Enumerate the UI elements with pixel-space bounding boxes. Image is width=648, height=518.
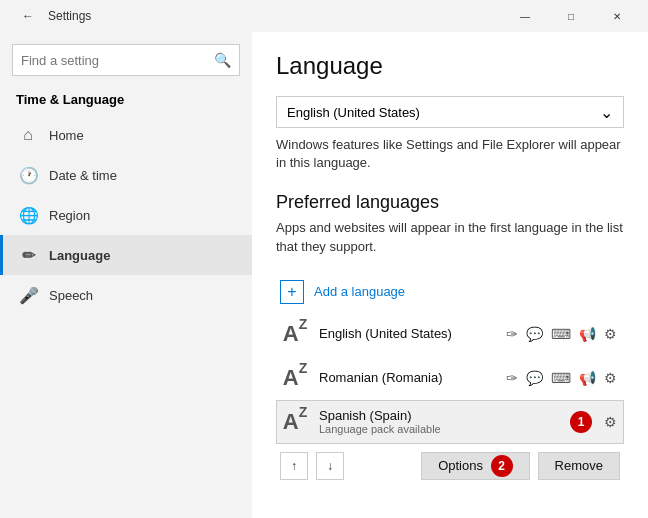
lang-ro-ro-actions: ✑ 💬 ⌨ 📢 ⚙ xyxy=(504,368,619,388)
search-icon: 🔍 xyxy=(214,52,231,68)
content-area: Language English (United States) ⌄ Windo… xyxy=(252,32,648,518)
lang-en-us-actions: ✑ 💬 ⌨ 📢 ⚙ xyxy=(504,324,619,344)
speech-icon: 🎤 xyxy=(19,286,37,305)
lang-en-us-info: English (United States) xyxy=(319,326,494,341)
lang-es-es-actions: ⚙ xyxy=(602,412,619,432)
badge-2: 2 xyxy=(491,455,513,477)
dropdown-value: English (United States) xyxy=(287,105,420,120)
preferred-languages-title: Preferred languages xyxy=(276,192,624,213)
sidebar-item-speech[interactable]: 🎤 Speech xyxy=(0,275,252,315)
move-up-button[interactable]: ↑ xyxy=(280,452,308,480)
home-icon: ⌂ xyxy=(19,126,37,144)
lang-ro-ro-name: Romanian (Romania) xyxy=(319,370,494,385)
move-down-button[interactable]: ↓ xyxy=(316,452,344,480)
lang-tts-icon: 📢 xyxy=(577,324,598,344)
lang-gear-icon-es: ⚙ xyxy=(602,412,619,432)
lang-tts-icon-ro: 📢 xyxy=(577,368,598,388)
lang-keyboard-icon: ⌨ xyxy=(549,324,573,344)
lang-speech-icon: 💬 xyxy=(524,324,545,344)
options-label: Options xyxy=(438,458,483,473)
close-button[interactable]: ✕ xyxy=(594,0,640,32)
lang-es-es-sub: Language pack available xyxy=(319,423,554,435)
language-az-icon-ro: AZ xyxy=(281,364,309,391)
lang-speech-icon-ro: 💬 xyxy=(524,368,545,388)
datetime-icon: 🕐 xyxy=(19,166,37,185)
options-button[interactable]: Options 2 xyxy=(421,452,529,480)
dropdown-description: Windows features like Settings and File … xyxy=(276,136,624,172)
sidebar-section-label: Time & Language xyxy=(0,88,252,115)
lang-ro-ro-info: Romanian (Romania) xyxy=(319,370,494,385)
search-box[interactable]: 🔍 xyxy=(12,44,240,76)
language-icon: ✏ xyxy=(19,246,37,265)
lang-es-es-info: Spanish (Spain) Language pack available xyxy=(319,408,554,435)
windows-display-language-dropdown[interactable]: English (United States) ⌄ xyxy=(276,96,624,128)
sidebar-item-datetime-label: Date & time xyxy=(49,168,117,183)
titlebar-title: Settings xyxy=(48,9,502,23)
chevron-down-icon: ⌄ xyxy=(600,103,613,122)
sidebar-item-home[interactable]: ⌂ Home xyxy=(0,115,252,155)
lang-gear-icon: ⚙ xyxy=(602,324,619,344)
titlebar-controls: — □ ✕ xyxy=(502,0,640,32)
sidebar-item-language[interactable]: ✏ Language xyxy=(0,235,252,275)
badge-1: 1 xyxy=(570,411,592,433)
lang-en-us-name: English (United States) xyxy=(319,326,494,341)
sidebar-item-language-label: Language xyxy=(49,248,110,263)
lang-es-es-name: Spanish (Spain) xyxy=(319,408,554,423)
maximize-button[interactable]: □ xyxy=(548,0,594,32)
page-title: Language xyxy=(276,52,624,80)
language-az-icon-es: AZ xyxy=(281,408,309,435)
sidebar-item-region-label: Region xyxy=(49,208,90,223)
titlebar: ← Settings — □ ✕ xyxy=(0,0,648,32)
remove-button[interactable]: Remove xyxy=(538,452,620,480)
back-button[interactable]: ← xyxy=(8,0,48,32)
add-language-button[interactable]: + Add a language xyxy=(276,272,624,312)
language-az-icon: AZ xyxy=(281,320,309,347)
minimize-button[interactable]: — xyxy=(502,0,548,32)
sidebar: 🔍 Time & Language ⌂ Home 🕐 Date & time 🌐… xyxy=(0,32,252,518)
language-item-en-us[interactable]: AZ English (United States) ✑ 💬 ⌨ 📢 ⚙ xyxy=(276,312,624,356)
sidebar-item-region[interactable]: 🌐 Region xyxy=(0,195,252,235)
lang-settings-icon: ✑ xyxy=(504,324,520,344)
lang-gear-icon-ro: ⚙ xyxy=(602,368,619,388)
lang-settings-icon-ro: ✑ xyxy=(504,368,520,388)
sidebar-item-speech-label: Speech xyxy=(49,288,93,303)
app-body: 🔍 Time & Language ⌂ Home 🕐 Date & time 🌐… xyxy=(0,32,648,518)
region-icon: 🌐 xyxy=(19,206,37,225)
sidebar-item-datetime[interactable]: 🕐 Date & time xyxy=(0,155,252,195)
preferred-languages-desc: Apps and websites will appear in the fir… xyxy=(276,219,624,255)
action-bar: ↑ ↓ Options 2 Remove xyxy=(276,452,624,480)
language-item-ro-ro[interactable]: AZ Romanian (Romania) ✑ 💬 ⌨ 📢 ⚙ xyxy=(276,356,624,400)
back-icon: ← xyxy=(22,9,34,23)
language-item-es-es[interactable]: AZ Spanish (Spain) Language pack availab… xyxy=(276,400,624,444)
language-list: + Add a language AZ English (United Stat… xyxy=(276,272,624,444)
sidebar-item-home-label: Home xyxy=(49,128,84,143)
search-input[interactable] xyxy=(21,53,214,68)
add-language-label: Add a language xyxy=(314,284,405,299)
lang-keyboard-icon-ro: ⌨ xyxy=(549,368,573,388)
add-icon: + xyxy=(280,280,304,304)
